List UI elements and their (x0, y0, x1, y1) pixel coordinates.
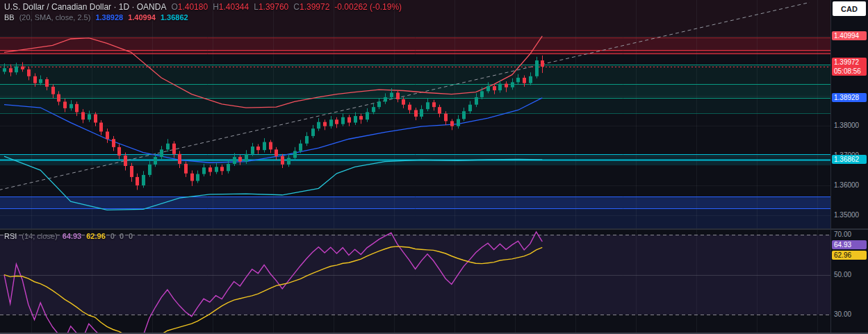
price-axis[interactable]: CAD 1.380001.370001.360001.3500070.0050.… (830, 0, 868, 334)
bb-lower-value: 1.36862 (161, 13, 188, 22)
symbol-legend-row[interactable]: U.S. Dollar / Canadian Dollar · 1D · OAN… (4, 2, 402, 12)
rsi-indicator-params: (14, close) (22, 232, 57, 240)
price-chart-canvas[interactable] (0, 0, 830, 228)
rsi-extra-value-2: 0 (120, 232, 124, 240)
trading-chart-window: U.S. Dollar / Canadian Dollar · 1D · OAN… (0, 0, 868, 334)
rsi-axis-badge: 64.93 (832, 240, 867, 249)
bb-legend-row[interactable]: BB (20, SMA, close, 2.5) 1.38928 1.40994… (4, 13, 188, 22)
change-value: -0.00262 (-0.19%) (334, 2, 402, 12)
rsi-ma-value: 62.96 (86, 232, 106, 240)
price-axis-badge: 1.36862 (832, 155, 867, 164)
symbol-title: U.S. Dollar / Canadian Dollar · 1D · OAN… (4, 2, 166, 12)
chart-area[interactable]: U.S. Dollar / Canadian Dollar · 1D · OAN… (0, 0, 830, 334)
price-axis-badge: 1.3997205:08:56 (832, 58, 867, 76)
rsi-legend-row[interactable]: RSI (14, close) 64.93 62.96 0 0 0 (4, 232, 133, 240)
rsi-extra-value-3: 0 (129, 232, 133, 240)
ohlc-high: H1.40344 (213, 2, 249, 12)
bb-indicator-params: (20, SMA, close, 2.5) (19, 13, 91, 22)
pane-divider[interactable] (0, 228, 868, 230)
bb-basis-value: 1.38928 (95, 13, 123, 22)
bb-indicator-name: BB (4, 13, 15, 22)
price-axis-badge: 1.38928 (832, 93, 867, 102)
price-axis-label: 1.35000 (831, 210, 868, 220)
rsi-axis-label: 70.00 (831, 230, 868, 240)
price-axis-badge: 1.40994 (832, 31, 867, 40)
price-axis-label: 1.36000 (831, 181, 868, 190)
ohlc-low: L1.39760 (254, 2, 288, 12)
rsi-axis-badge: 62.96 (832, 251, 867, 260)
ohlc-close: C1.39972 (293, 2, 329, 12)
rsi-chart-canvas[interactable] (0, 230, 830, 333)
rsi-axis-label: 50.00 (831, 270, 868, 280)
currency-toggle-button[interactable]: CAD (833, 1, 866, 16)
price-axis-label: 1.38000 (831, 121, 868, 131)
rsi-axis-label: 30.00 (831, 310, 868, 319)
rsi-extra-value-1: 0 (110, 232, 115, 240)
axis-labels-container: 1.380001.370001.360001.3500070.0050.0030… (831, 0, 868, 334)
rsi-value: 64.93 (63, 232, 82, 240)
bb-upper-value: 1.40994 (128, 13, 156, 22)
ohlc-open: O1.40180 (171, 2, 208, 12)
rsi-indicator-name: RSI (4, 232, 17, 240)
